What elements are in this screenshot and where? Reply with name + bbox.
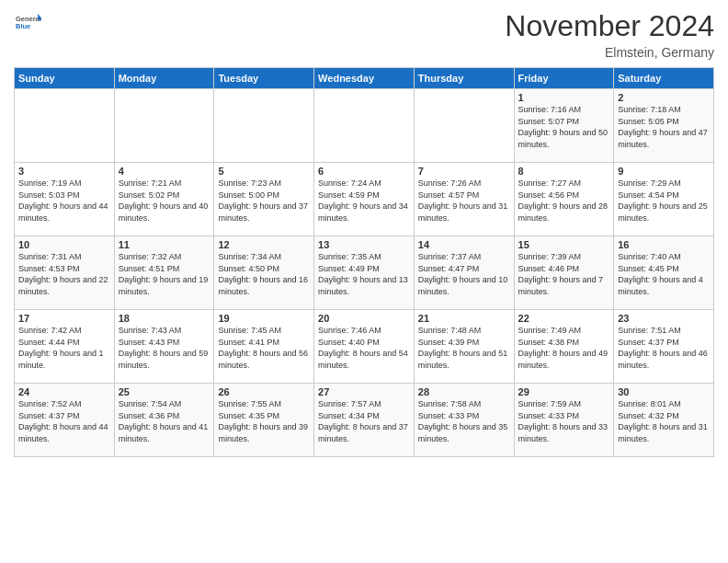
day-number: 21 [418,313,510,324]
day-info: Sunrise: 7:27 AMSunset: 4:56 PMDaylight:… [518,178,610,224]
day-number: 14 [418,239,510,250]
day-number: 29 [518,386,610,397]
day-cell: 15Sunrise: 7:39 AMSunset: 4:46 PMDayligh… [514,236,614,310]
day-info: Sunrise: 7:45 AMSunset: 4:41 PMDaylight:… [218,325,310,371]
day-cell: 7Sunrise: 7:26 AMSunset: 4:57 PMDaylight… [414,163,514,236]
day-cell: 10Sunrise: 7:31 AMSunset: 4:53 PMDayligh… [15,236,115,310]
day-info: Sunrise: 7:46 AMSunset: 4:40 PMDaylight:… [318,325,410,371]
day-cell: 3Sunrise: 7:19 AMSunset: 5:03 PMDaylight… [15,163,115,236]
day-info: Sunrise: 7:57 AMSunset: 4:34 PMDaylight:… [318,398,410,444]
logo-svg: General Blue [16,9,41,35]
header-sunday: Sunday [15,68,115,89]
day-number: 16 [618,239,710,250]
day-info: Sunrise: 7:39 AMSunset: 4:46 PMDaylight:… [518,251,610,297]
day-cell [15,89,115,163]
day-cell: 20Sunrise: 7:46 AMSunset: 4:40 PMDayligh… [314,310,415,384]
title-area: November 2024 Elmstein, Germany [505,9,714,60]
day-cell: 14Sunrise: 7:37 AMSunset: 4:47 PMDayligh… [414,236,514,310]
day-number: 13 [318,239,410,250]
day-cell: 24Sunrise: 7:52 AMSunset: 4:37 PMDayligh… [15,384,115,457]
day-cell [214,89,314,163]
day-info: Sunrise: 7:58 AMSunset: 4:33 PMDaylight:… [418,398,510,444]
day-info: Sunrise: 7:54 AMSunset: 4:36 PMDaylight:… [119,398,210,444]
day-cell [114,89,214,163]
day-number: 8 [518,166,610,177]
day-number: 12 [218,239,310,250]
day-cell: 28Sunrise: 7:58 AMSunset: 4:33 PMDayligh… [414,384,514,457]
day-number: 3 [18,166,110,177]
weekday-header-row: Sunday Monday Tuesday Wednesday Thursday… [15,68,714,89]
month-title: November 2024 [505,9,714,43]
day-info: Sunrise: 7:35 AMSunset: 4:49 PMDaylight:… [318,251,410,297]
header-monday: Monday [114,68,214,89]
day-cell: 29Sunrise: 7:59 AMSunset: 4:33 PMDayligh… [514,384,614,457]
day-cell: 9Sunrise: 7:29 AMSunset: 4:54 PMDaylight… [614,163,714,236]
day-cell: 25Sunrise: 7:54 AMSunset: 4:36 PMDayligh… [114,384,214,457]
header-tuesday: Tuesday [214,68,314,89]
day-info: Sunrise: 7:42 AMSunset: 4:44 PMDaylight:… [18,325,110,371]
day-cell: 19Sunrise: 7:45 AMSunset: 4:41 PMDayligh… [214,310,314,384]
svg-text:Blue: Blue [16,22,30,30]
day-cell: 13Sunrise: 7:35 AMSunset: 4:49 PMDayligh… [314,236,415,310]
day-number: 11 [119,239,210,250]
day-info: Sunrise: 7:21 AMSunset: 5:02 PMDaylight:… [119,178,210,224]
day-number: 19 [218,313,310,324]
day-cell: 17Sunrise: 7:42 AMSunset: 4:44 PMDayligh… [15,310,115,384]
day-info: Sunrise: 7:43 AMSunset: 4:43 PMDaylight:… [119,325,210,371]
day-cell: 26Sunrise: 7:55 AMSunset: 4:35 PMDayligh… [214,384,314,457]
day-info: Sunrise: 7:29 AMSunset: 4:54 PMDaylight:… [618,178,710,224]
logo: General Blue [14,9,41,39]
day-cell: 12Sunrise: 7:34 AMSunset: 4:50 PMDayligh… [214,236,314,310]
day-info: Sunrise: 7:24 AMSunset: 4:59 PMDaylight:… [318,178,410,224]
day-info: Sunrise: 7:34 AMSunset: 4:50 PMDaylight:… [218,251,310,297]
day-number: 15 [518,239,610,250]
day-cell: 11Sunrise: 7:32 AMSunset: 4:51 PMDayligh… [114,236,214,310]
day-info: Sunrise: 7:26 AMSunset: 4:57 PMDaylight:… [418,178,510,224]
day-cell: 27Sunrise: 7:57 AMSunset: 4:34 PMDayligh… [314,384,415,457]
day-cell: 5Sunrise: 7:23 AMSunset: 5:00 PMDaylight… [214,163,314,236]
day-cell: 18Sunrise: 7:43 AMSunset: 4:43 PMDayligh… [114,310,214,384]
header-thursday: Thursday [414,68,514,89]
logo-text: General Blue [14,9,41,39]
header-saturday: Saturday [614,68,714,89]
day-cell: 22Sunrise: 7:49 AMSunset: 4:38 PMDayligh… [514,310,614,384]
day-number: 25 [119,386,210,397]
day-info: Sunrise: 7:37 AMSunset: 4:47 PMDaylight:… [418,251,510,297]
calendar-page: General Blue November 2024 Elmstein, Ger… [0,0,728,563]
week-row-4: 17Sunrise: 7:42 AMSunset: 4:44 PMDayligh… [15,310,714,384]
day-info: Sunrise: 7:32 AMSunset: 4:51 PMDaylight:… [119,251,210,297]
week-row-1: 1Sunrise: 7:16 AMSunset: 5:07 PMDaylight… [15,89,714,163]
day-cell: 23Sunrise: 7:51 AMSunset: 4:37 PMDayligh… [614,310,714,384]
day-info: Sunrise: 7:48 AMSunset: 4:39 PMDaylight:… [418,325,510,371]
day-number: 6 [318,166,410,177]
day-number: 17 [18,313,110,324]
svg-text:General: General [16,15,41,23]
day-cell: 4Sunrise: 7:21 AMSunset: 5:02 PMDaylight… [114,163,214,236]
day-info: Sunrise: 7:52 AMSunset: 4:37 PMDaylight:… [18,398,110,444]
day-cell: 6Sunrise: 7:24 AMSunset: 4:59 PMDaylight… [314,163,415,236]
day-number: 22 [518,313,610,324]
day-cell: 2Sunrise: 7:18 AMSunset: 5:05 PMDaylight… [614,89,714,163]
day-info: Sunrise: 7:49 AMSunset: 4:38 PMDaylight:… [518,325,610,371]
day-info: Sunrise: 7:16 AMSunset: 5:07 PMDaylight:… [518,104,610,150]
day-cell: 1Sunrise: 7:16 AMSunset: 5:07 PMDaylight… [514,89,614,163]
day-cell: 8Sunrise: 7:27 AMSunset: 4:56 PMDaylight… [514,163,614,236]
day-info: Sunrise: 7:51 AMSunset: 4:37 PMDaylight:… [618,325,710,371]
day-info: Sunrise: 8:01 AMSunset: 4:32 PMDaylight:… [618,398,710,444]
day-number: 1 [518,92,610,103]
calendar-table: Sunday Monday Tuesday Wednesday Thursday… [14,67,714,457]
week-row-2: 3Sunrise: 7:19 AMSunset: 5:03 PMDaylight… [15,163,714,236]
day-number: 24 [18,386,110,397]
day-cell: 30Sunrise: 8:01 AMSunset: 4:32 PMDayligh… [614,384,714,457]
day-number: 28 [418,386,510,397]
day-number: 20 [318,313,410,324]
day-number: 23 [618,313,710,324]
day-info: Sunrise: 7:19 AMSunset: 5:03 PMDaylight:… [18,178,110,224]
day-info: Sunrise: 7:23 AMSunset: 5:00 PMDaylight:… [218,178,310,224]
week-row-5: 24Sunrise: 7:52 AMSunset: 4:37 PMDayligh… [15,384,714,457]
day-number: 26 [218,386,310,397]
day-number: 2 [618,92,710,103]
week-row-3: 10Sunrise: 7:31 AMSunset: 4:53 PMDayligh… [15,236,714,310]
page-header: General Blue November 2024 Elmstein, Ger… [14,9,714,60]
day-number: 4 [119,166,210,177]
